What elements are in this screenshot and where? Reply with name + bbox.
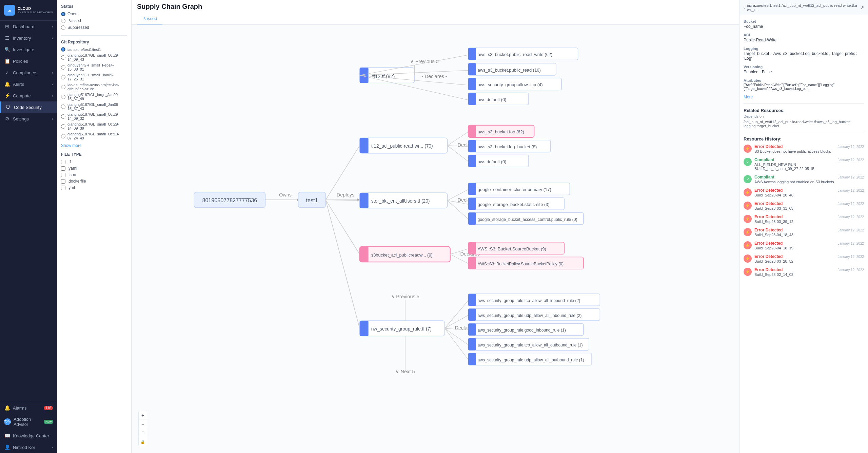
- repo-item-1[interactable]: giangng5187/GL_small_Oct29-14_09_43: [61, 53, 127, 61]
- nav-settings[interactable]: ⚙ Settings ›: [0, 113, 57, 125]
- tab-bar: Passed: [137, 13, 734, 24]
- svg-rect-16: [468, 48, 476, 60]
- error-icon-9: ⚡: [744, 268, 752, 276]
- chevron-icon: ›: [52, 25, 53, 29]
- svg-text:aws_security_group_rule.good_i: aws_security_group_rule.good_inbound_rul…: [478, 328, 566, 333]
- svg-line-64: [326, 200, 359, 254]
- detail-logging: Logging Target_bucket : 'Aws_s3_bucket.L…: [744, 46, 864, 61]
- fit-button[interactable]: ⊡: [139, 429, 147, 437]
- repo-item-8[interactable]: giangng5187/GL_small_Oct29-14_09_39: [61, 122, 127, 130]
- nav-dashboard[interactable]: ⊞ Dashboard ›: [0, 21, 57, 32]
- settings-icon: ⚙: [4, 116, 10, 121]
- repo-item-7[interactable]: giangng5187/GL_small_Oct29-14_09_32: [61, 112, 127, 120]
- more-link[interactable]: More: [744, 95, 864, 99]
- filetype-yml[interactable]: .yml: [61, 185, 127, 190]
- repo-item-0[interactable]: iac-azure/test1/test1: [61, 47, 127, 52]
- right-panel-body: Bucket Foo_name ACL Public-Read-Write Lo…: [739, 15, 868, 285]
- page-title: Supply Chain Graph: [137, 3, 734, 13]
- status-suppressed[interactable]: Suppressed: [61, 25, 127, 30]
- investigate-icon: 🔍: [4, 47, 10, 52]
- nav-policies[interactable]: 📋 Policies: [0, 55, 57, 67]
- svg-text:Deploys: Deploys: [337, 192, 355, 197]
- git-repo-filter-title: Git Repository: [61, 40, 127, 44]
- main-header: Supply Chain Graph Passed: [132, 0, 739, 25]
- repo-list: iac-azure/test1/test1 giangng5187/GL_sma…: [61, 47, 127, 140]
- nav-compliance[interactable]: ✓ Compliance ›: [0, 67, 57, 78]
- history-item-0: ⚡ Error Detected S3 Bucket does not have…: [744, 144, 864, 153]
- repo-item-9[interactable]: giangng5187/GL_small_Oct13-07_24_49: [61, 132, 127, 140]
- status-passed[interactable]: Passed: [61, 18, 127, 23]
- svg-text:nw_security_group_rule.tf (7): nw_security_group_rule.tf (7): [371, 326, 432, 332]
- svg-rect-20: [468, 63, 476, 75]
- filetype-json[interactable]: .json: [61, 172, 127, 177]
- svg-text:google_storage_bucket.static-s: google_storage_bucket.static-site (3): [478, 202, 550, 207]
- filetype-dockerfile[interactable]: .dockerfile: [61, 179, 127, 184]
- nav-code-security[interactable]: 🛡 Code Security: [0, 101, 57, 113]
- nav-label-investigate: Investigate: [13, 47, 34, 52]
- sidebar: ☁ CLOUD BY PALO ALTO NETWORKS ⊞ Dashboar…: [0, 0, 57, 453]
- filetype-tf[interactable]: .tf: [61, 159, 127, 164]
- nav-knowledge-center[interactable]: 📖 Knowledge Center: [0, 430, 57, 441]
- svg-rect-79: [360, 321, 369, 336]
- svg-rect-71: [468, 242, 476, 254]
- svg-rect-24: [468, 78, 476, 90]
- file-type-group: .tf .yaml .json .dockerfile .yml: [61, 159, 127, 190]
- main-content: Supply Chain Graph Passed 80190507782777…: [132, 0, 739, 453]
- external-link-icon[interactable]: ↗: [861, 5, 864, 10]
- svg-text:aws_security_group_rule.tcp_al: aws_security_group_rule.tcp_allow_all_ou…: [478, 343, 583, 347]
- svg-rect-98: [468, 338, 476, 351]
- svg-rect-45: [468, 155, 476, 167]
- tab-passed[interactable]: Passed: [137, 13, 162, 24]
- nav-label-inventory: Inventory: [13, 36, 31, 41]
- chevron-icon: ›: [52, 446, 53, 449]
- nav-label-knowledge-center: Knowledge Center: [13, 433, 49, 438]
- svg-text:801905077827777536: 801905077827777536: [202, 197, 257, 203]
- nav-label-policies: Policies: [13, 59, 28, 64]
- svg-line-77: [326, 200, 359, 328]
- alerts-icon: 🔔: [4, 81, 10, 87]
- nav-compute[interactable]: ⚡ Compute ›: [0, 90, 57, 101]
- svg-rect-58: [468, 198, 476, 210]
- repo-item-4[interactable]: iac-azure/iac-azure-project-iac-github/i…: [61, 83, 127, 91]
- nav-adoption-advisor[interactable]: 72% Adoption Advisor New: [0, 414, 57, 430]
- svg-text:google_storage_bucket_access_c: google_storage_bucket_access_control.pub…: [478, 217, 577, 222]
- svg-rect-66: [360, 247, 369, 262]
- nav-alerts[interactable]: 🔔 Alerts ›: [0, 78, 57, 90]
- svg-line-96: [445, 328, 469, 345]
- nav-investigate[interactable]: 🔍 Investigate: [0, 44, 57, 55]
- zoom-out-button[interactable]: −: [139, 420, 147, 428]
- svg-text:aws_s3_bucket.public_read_writ: aws_s3_bucket.public_read_write (62): [478, 52, 553, 57]
- detail-attributes: Attributes ["Act":"Public-Read-Write"]["…: [744, 78, 864, 91]
- zoom-in-button[interactable]: +: [139, 411, 147, 419]
- repo-item-3[interactable]: ginguyen/GH_small_Jan09-17_25_31: [61, 73, 127, 81]
- error-icon-0: ⚡: [744, 145, 752, 153]
- lock-button[interactable]: 🔒: [139, 438, 147, 446]
- alarms-badge: 116: [44, 406, 53, 410]
- right-panel-header: ‹ iac-azure/test1/test1:/acl_pub_rd_wr/t…: [739, 0, 868, 15]
- code-security-icon: 🛡: [5, 105, 11, 110]
- svg-text:test1: test1: [306, 197, 318, 203]
- status-filter-title: Status: [61, 4, 127, 9]
- svg-rect-90: [468, 308, 476, 321]
- resource-history-title: Resource History:: [744, 136, 864, 141]
- repo-item-5[interactable]: giangng5187/GL_large_Jan09-15_37_49: [61, 93, 127, 101]
- nav-inventory[interactable]: ☰ Inventory ›: [0, 32, 57, 44]
- svg-text:aws_security_group.allow_tcp (: aws_security_group.allow_tcp (4): [478, 82, 543, 87]
- show-more-link[interactable]: Show more: [61, 143, 82, 148]
- status-filter-group: Open Passed Suppressed: [61, 12, 127, 30]
- svg-rect-32: [360, 138, 369, 153]
- svg-line-30: [326, 146, 359, 200]
- repo-item-6[interactable]: giangng5187/GL_small_Jan09-15_37_43: [61, 102, 127, 111]
- history-item-8: ⚡ Error Detected Build_Sep28-03_28_52 Ja…: [744, 254, 864, 263]
- depends-on-value: /acl_pub_rd_wr/tf12_acl_public-read-writ…: [744, 120, 864, 128]
- nav-nimrod-kor[interactable]: 👤 Nimrod Kor ›: [0, 441, 57, 453]
- nav-alarms[interactable]: 🔔 Alarms 116: [0, 402, 57, 414]
- status-open[interactable]: Open: [61, 12, 127, 16]
- policies-icon: 📋: [4, 58, 10, 64]
- related-resources-title: Related Resources:: [744, 108, 864, 113]
- svg-rect-75: [468, 257, 476, 269]
- collapse-right-icon[interactable]: ‹: [744, 5, 745, 10]
- compliant-icon-1: ✓: [744, 158, 752, 166]
- repo-item-2[interactable]: ginguyen/GH_small_Feb14-15_38_01: [61, 63, 127, 71]
- filetype-yaml[interactable]: .yaml: [61, 166, 127, 171]
